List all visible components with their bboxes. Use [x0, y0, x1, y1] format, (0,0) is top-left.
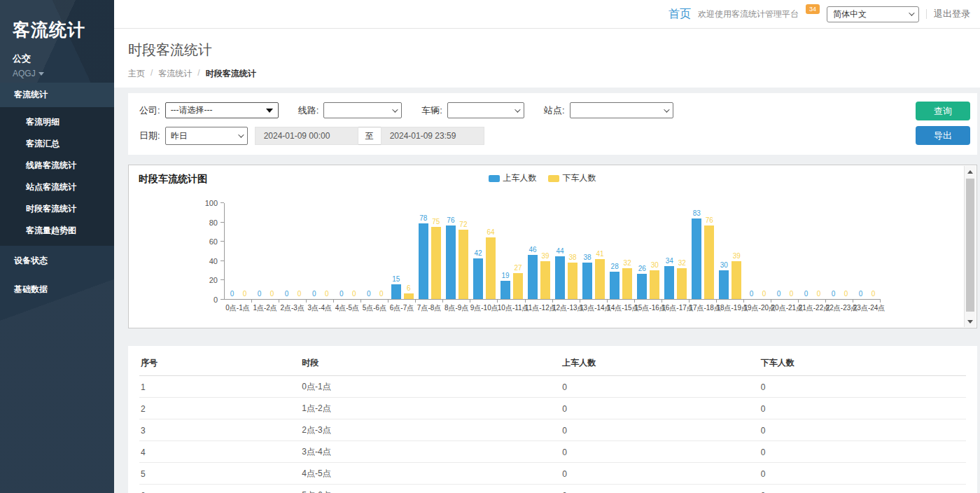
bar-下车人数[interactable] — [677, 268, 687, 299]
date-start-input[interactable]: 2024-01-09 00:00 — [255, 127, 358, 145]
bar-value-label: 39 — [733, 252, 741, 260]
table-header-下车人数: 下车人数 — [760, 350, 966, 376]
line-select[interactable] — [323, 102, 402, 118]
app-title: 客流统计 — [13, 18, 102, 41]
x-tick-label: 15点-16点 — [634, 303, 662, 313]
bar-上车人数[interactable] — [692, 218, 701, 299]
bar-value-label: 0 — [859, 290, 863, 298]
breadcrumb-item[interactable]: 主页 — [128, 68, 145, 80]
sidebar-item-设备状态[interactable]: 设备状态 — [0, 247, 114, 275]
sidebar-subitem-站点客流统计[interactable]: 站点客流统计 — [0, 176, 114, 198]
breadcrumb: 主页/客流统计/时段客流统计 — [128, 68, 966, 80]
chevron-down-icon — [392, 106, 398, 112]
bar-下车人数[interactable] — [622, 268, 632, 299]
bar-column: 0 — [746, 203, 756, 299]
bar-下车人数[interactable] — [431, 227, 441, 300]
export-button[interactable]: 导出 — [916, 126, 970, 145]
bar-下车人数[interactable] — [513, 273, 523, 299]
date-end-input[interactable]: 2024-01-09 23:59 — [381, 127, 484, 145]
query-button[interactable]: 查询 — [916, 102, 970, 120]
bar-上车人数[interactable] — [391, 284, 401, 299]
y-tick-label: 60 — [209, 237, 218, 246]
line-label: 线路: — [298, 104, 319, 117]
date-label: 日期: — [139, 130, 160, 142]
bar-上车人数[interactable] — [610, 272, 620, 299]
bar-column: 42 — [473, 203, 483, 299]
chevron-down-icon — [909, 10, 914, 15]
bar-下车人数[interactable] — [595, 259, 605, 299]
legend-item-上车人数[interactable]: 上车人数 — [489, 172, 537, 184]
bar-下车人数[interactable] — [404, 293, 414, 299]
scroll-down-button[interactable] — [965, 316, 976, 327]
x-tick-label: 14点-15点 — [607, 303, 634, 313]
bar-下车人数[interactable] — [732, 261, 741, 299]
x-tick-label: 10点-11点 — [498, 303, 525, 313]
bar-上车人数[interactable] — [446, 225, 456, 299]
breadcrumb-item: 时段客流统计 — [206, 68, 256, 80]
table-cell: 2 — [139, 398, 300, 419]
bar-column: 0 — [322, 203, 332, 299]
station-select[interactable] — [570, 102, 673, 118]
legend-label: 下车人数 — [563, 172, 596, 184]
station-label: 站点: — [544, 104, 565, 117]
bar-下车人数[interactable] — [704, 225, 714, 299]
bar-value-label: 38 — [569, 254, 577, 261]
bar-上车人数[interactable] — [473, 258, 483, 299]
bar-上车人数[interactable] — [528, 255, 538, 299]
bar-下车人数[interactable] — [486, 237, 496, 299]
bar-下车人数[interactable] — [540, 261, 550, 299]
home-link[interactable]: 首页 — [668, 7, 691, 22]
chevron-down-icon — [664, 106, 669, 112]
sidebar-item-基础数据[interactable]: 基础数据 — [0, 276, 114, 303]
bar-下车人数[interactable] — [650, 270, 659, 299]
bar-column: 0 — [364, 203, 374, 299]
breadcrumb-item[interactable]: 客流统计 — [158, 68, 192, 80]
bar-value-label: 26 — [638, 265, 646, 272]
bar-group-21点-22点: 00 — [799, 203, 826, 299]
vehicle-select[interactable] — [447, 102, 524, 118]
bar-上车人数[interactable] — [637, 274, 647, 299]
bar-上车人数[interactable] — [555, 256, 565, 299]
chart-scrollbar[interactable] — [964, 166, 976, 327]
bar-value-label: 0 — [340, 290, 344, 298]
bar-value-label: 78 — [419, 214, 427, 222]
scrollbar-thumb[interactable] — [966, 179, 974, 312]
topbar-divider — [926, 9, 927, 19]
sidebar-subitem-客流汇总[interactable]: 客流汇总 — [0, 133, 114, 155]
bar-上车人数[interactable] — [582, 263, 592, 299]
company-select[interactable]: ---请选择--- — [165, 102, 279, 118]
chevron-down-icon — [38, 72, 44, 76]
bar-下车人数[interactable] — [458, 230, 468, 299]
bar-group-0点-1点: 00 — [225, 203, 252, 299]
arrow-down-icon — [967, 320, 973, 324]
org-selector[interactable]: AQGJ — [13, 69, 102, 78]
sidebar-item-passenger-stats[interactable]: 客流统计 — [0, 83, 114, 107]
table-cell: 5 — [139, 463, 300, 485]
logout-link[interactable]: 退出登录 — [934, 8, 970, 20]
sidebar-subitem-客流量趋势图[interactable]: 客流量趋势图 — [0, 220, 114, 242]
scroll-up-button[interactable] — [965, 166, 976, 177]
sidebar-subitem-时段客流统计[interactable]: 时段客流统计 — [0, 198, 114, 220]
bar-value-label: 15 — [392, 275, 400, 283]
bar-group-2点-3点: 00 — [279, 203, 307, 299]
bar-value-label: 42 — [474, 249, 482, 257]
bar-column: 0 — [227, 203, 237, 299]
sidebar-subitem-线路客流统计[interactable]: 线路客流统计 — [0, 155, 114, 176]
bar-column: 0 — [774, 203, 783, 299]
bar-value-label: 41 — [596, 250, 604, 258]
bar-value-label: 0 — [270, 290, 274, 298]
sidebar-subitem-客流明细[interactable]: 客流明细 — [0, 111, 114, 133]
notification-badge[interactable]: 34 — [806, 4, 820, 14]
date-filter: 日期: 昨日 — [139, 127, 248, 145]
bar-下车人数[interactable] — [568, 263, 578, 299]
x-tick-label: 21点-22点 — [799, 303, 826, 313]
language-select[interactable]: 简体中文 — [827, 6, 919, 22]
bar-上车人数[interactable] — [419, 223, 428, 299]
x-tick-label: 8点-9点 — [443, 303, 470, 313]
bar-上车人数[interactable] — [500, 281, 510, 299]
bar-上车人数[interactable] — [719, 270, 729, 299]
x-tick-label: 0点-1点 — [224, 303, 251, 313]
date-preset-select[interactable]: 昨日 — [165, 127, 248, 145]
bar-上车人数[interactable] — [664, 266, 674, 299]
legend-item-下车人数[interactable]: 下车人数 — [548, 172, 596, 184]
